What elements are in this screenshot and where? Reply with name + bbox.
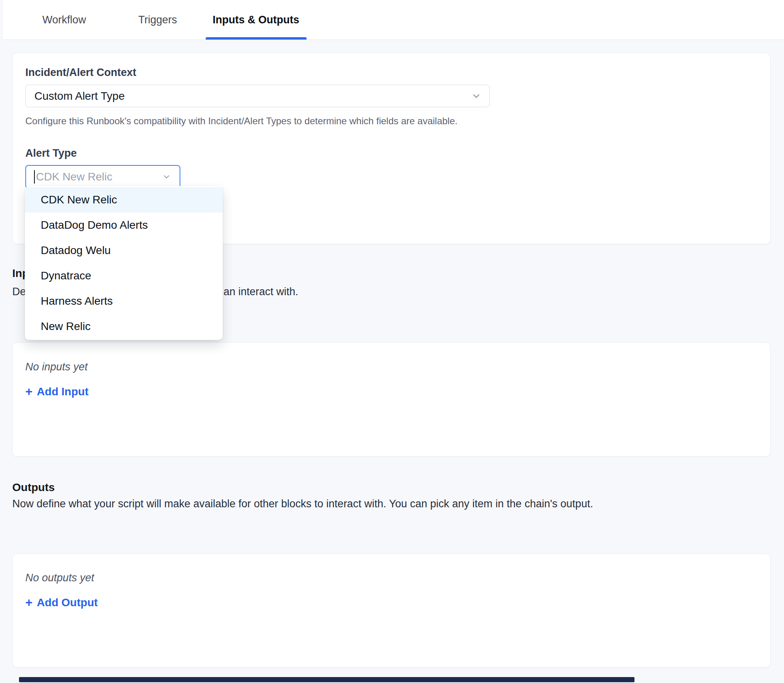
- tab-triggers[interactable]: Triggers: [131, 0, 184, 40]
- text-cursor: [34, 170, 35, 184]
- chevron-down-icon: [162, 173, 171, 181]
- alert-type-dropdown: CDK New Relic DataDog Demo Alerts Datado…: [25, 186, 223, 340]
- tab-bar: Workflow Triggers Inputs & Outputs: [3, 0, 784, 40]
- dropdown-option-cdk-new-relic[interactable]: CDK New Relic: [25, 187, 223, 212]
- tab-inputs-outputs[interactable]: Inputs & Outputs: [206, 0, 307, 40]
- inputs-section-description-right: an interact with.: [223, 286, 298, 298]
- outputs-card: No outputs yet + Add Output: [12, 554, 771, 668]
- bottom-accent-bar: [19, 677, 634, 682]
- tab-workflow[interactable]: Workflow: [35, 0, 93, 40]
- plus-icon: +: [25, 385, 32, 398]
- add-output-button[interactable]: + Add Output: [25, 596, 98, 609]
- inputs-section-description-left: De: [12, 286, 26, 298]
- dropdown-option-datadog-demo-alerts[interactable]: DataDog Demo Alerts: [25, 212, 223, 238]
- dropdown-option-new-relic[interactable]: New Relic: [25, 314, 223, 339]
- outputs-section-description: Now define what your script will make av…: [12, 498, 593, 510]
- add-input-button[interactable]: + Add Input: [25, 385, 89, 398]
- incident-alert-context-value: Custom Alert Type: [34, 90, 125, 102]
- inputs-empty-text: No inputs yet: [25, 361, 757, 373]
- dropdown-option-dynatrace[interactable]: Dynatrace: [25, 263, 223, 288]
- add-input-label: Add Input: [37, 385, 89, 398]
- plus-icon: +: [25, 596, 32, 609]
- inputs-card: No inputs yet + Add Input: [12, 342, 771, 457]
- alert-type-placeholder: CDK New Relic: [36, 171, 112, 183]
- alert-type-combobox[interactable]: CDK New Relic: [25, 165, 180, 189]
- incident-alert-context-label: Incident/Alert Context: [25, 66, 757, 79]
- incident-alert-context-select[interactable]: Custom Alert Type: [25, 85, 490, 107]
- outputs-empty-text: No outputs yet: [25, 572, 757, 584]
- dropdown-option-datadog-welu[interactable]: Datadog Welu: [25, 238, 223, 263]
- alert-type-label: Alert Type: [25, 147, 757, 159]
- outputs-section-heading: Outputs: [12, 481, 55, 494]
- dropdown-option-harness-alerts[interactable]: Harness Alerts: [25, 288, 223, 314]
- chevron-down-icon: [471, 91, 481, 101]
- context-helper-text: Configure this Runbook's compatibility w…: [25, 116, 757, 127]
- add-output-label: Add Output: [37, 596, 98, 609]
